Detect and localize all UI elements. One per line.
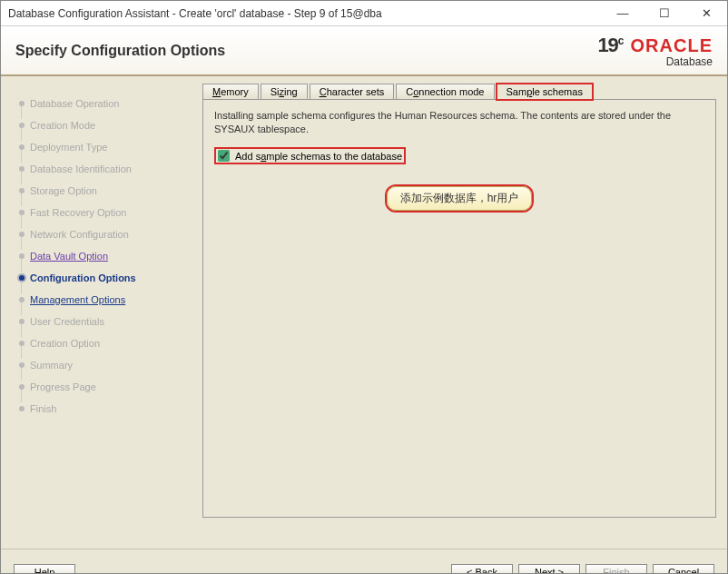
step-link[interactable]: Management Options	[30, 294, 125, 305]
tab-connection-mode[interactable]: Connection mode	[396, 84, 494, 99]
header: Specify Configuration Options 19c ORACLE…	[1, 26, 727, 76]
close-button[interactable]: ✕	[693, 5, 720, 23]
step-summary: Summary	[17, 354, 188, 376]
tab-character-sets[interactable]: Character sets	[310, 84, 395, 99]
back-button[interactable]: < Back	[451, 564, 513, 575]
brand-logo: 19c ORACLE Database	[597, 34, 713, 67]
step-network-configuration: Network Configuration	[17, 223, 188, 245]
wizard-sidebar: Database OperationCreation ModeDeploymen…	[1, 76, 192, 549]
step-creation-option: Creation Option	[17, 332, 188, 354]
panel-description: Installing sample schema configures the …	[214, 109, 704, 136]
step-fast-recovery-option: Fast Recovery Option	[17, 202, 188, 223]
next-button[interactable]: Next >	[518, 564, 580, 575]
step-storage-option: Storage Option	[17, 180, 188, 202]
maximize-button[interactable]: ☐	[651, 5, 678, 23]
annotation-callout: 添加示例数据库，hr用户	[387, 186, 533, 211]
step-database-operation: Database Operation	[17, 93, 188, 114]
cancel-button[interactable]: Cancel	[653, 564, 714, 575]
tab-sample-schemas[interactable]: Sample schemas	[497, 84, 593, 100]
main-panel: MemorySizingCharacter setsConnection mod…	[192, 76, 727, 549]
tab-bar: MemorySizingCharacter setsConnection mod…	[202, 84, 716, 100]
finish-button: Finish	[585, 564, 647, 575]
step-creation-mode: Creation Mode	[17, 114, 188, 136]
step-deployment-type: Deployment Type	[17, 136, 188, 158]
help-button[interactable]: Help	[14, 564, 75, 575]
footer: Help < Back Next > Finish Cancel	[1, 549, 727, 574]
window-controls: — ☐ ✕	[609, 5, 720, 23]
checkbox-label: Add sample schemas to the database	[235, 151, 402, 162]
step-link[interactable]: Data Vault Option	[30, 251, 108, 262]
tab-sizing[interactable]: Sizing	[261, 84, 308, 99]
step-progress-page: Progress Page	[17, 376, 188, 398]
titlebar: Database Configuration Assistant - Creat…	[1, 1, 727, 26]
logo-brand: ORACLE	[631, 35, 713, 56]
add-sample-schemas-checkbox[interactable]: Add sample schemas to the database	[214, 147, 406, 164]
step-finish: Finish	[17, 398, 188, 420]
page-title: Specify Configuration Options	[15, 43, 597, 59]
step-database-identification: Database Identification	[17, 158, 188, 180]
logo-sub: Database	[666, 56, 713, 67]
tab-panel-sample-schemas: Installing sample schema configures the …	[202, 100, 716, 518]
tab-memory[interactable]: Memory	[202, 84, 259, 99]
step-data-vault-option[interactable]: Data Vault Option	[17, 245, 188, 267]
step-configuration-options: Configuration Options	[17, 267, 188, 289]
minimize-button[interactable]: —	[609, 5, 636, 23]
step-user-credentials: User Credentials	[17, 311, 188, 332]
step-management-options[interactable]: Management Options	[17, 289, 188, 311]
add-sample-schemas-input[interactable]	[218, 150, 230, 162]
window-title: Database Configuration Assistant - Creat…	[8, 7, 609, 20]
logo-version: 19c	[597, 34, 623, 57]
